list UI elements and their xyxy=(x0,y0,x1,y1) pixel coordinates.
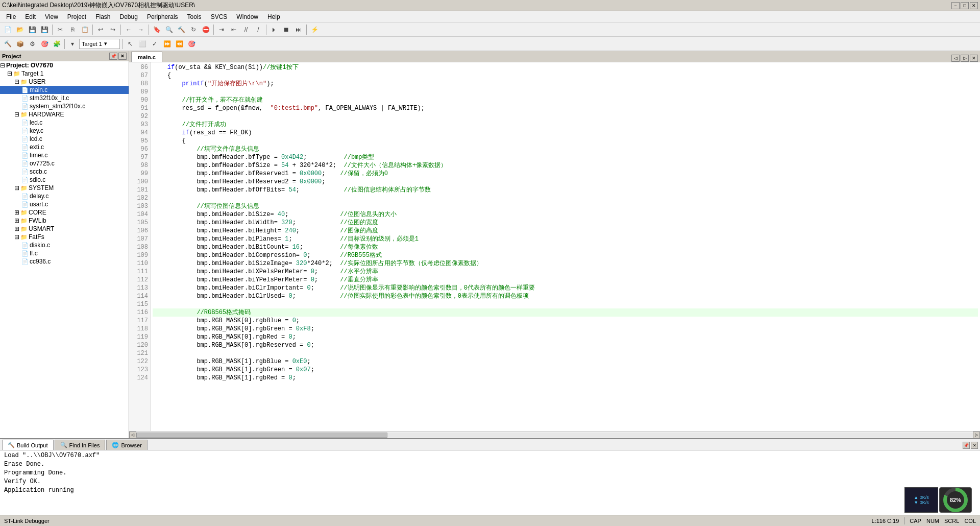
redo-button[interactable]: ↪ xyxy=(107,24,118,35)
tree-item[interactable]: ⊞ 📁 CORE xyxy=(0,208,129,217)
menu-item-svcs[interactable]: SVCS xyxy=(207,12,232,21)
tab-main-c[interactable]: main.c xyxy=(131,52,162,62)
tree-item[interactable]: ⊞ 📁 FWLib xyxy=(0,217,129,225)
tree-item[interactable]: 📄 lcd.c xyxy=(0,135,129,143)
tree-item[interactable]: 📄 cc936.c xyxy=(0,257,129,266)
scroll-thumb[interactable] xyxy=(136,433,387,438)
tree-item[interactable]: 📄 led.c xyxy=(0,118,129,127)
target2-btn[interactable]: 🎯 xyxy=(186,38,197,50)
build-tab-browser[interactable]: 🌐Browser xyxy=(106,440,147,450)
build-btn[interactable]: 🔨 xyxy=(176,24,187,35)
tree-item[interactable]: 📄 ov7725.c xyxy=(0,159,129,168)
flash-btn[interactable]: ⚡ xyxy=(309,24,320,35)
stop-build-btn[interactable]: ⛔ xyxy=(200,24,211,35)
build-btn2[interactable]: 🔨 xyxy=(2,38,13,50)
tree-item[interactable]: 📄 stm32f10x_it.c xyxy=(0,94,129,102)
new-file-button[interactable]: 📄 xyxy=(2,24,13,35)
tree-item[interactable]: 📄 delay.c xyxy=(0,192,129,200)
code-content[interactable]: if(ov_sta && KEY_Scan(S1))//按键1按下 { prin… xyxy=(151,62,980,431)
h-scroll[interactable]: ◁ ▷ xyxy=(129,431,980,438)
tree-item[interactable]: 📄 exti.c xyxy=(0,143,129,151)
build-tab-controls[interactable]: 📌 ✕ xyxy=(963,442,978,450)
prev-btn[interactable]: ⏪ xyxy=(174,38,185,50)
tree-item[interactable]: ⊟ 📁 HARDWARE xyxy=(0,110,129,118)
undo-button[interactable]: ↩ xyxy=(95,24,106,35)
tab-close-btn[interactable]: ✕ xyxy=(970,55,978,62)
nav-forward-button[interactable]: → xyxy=(135,24,146,35)
menu-item-tools[interactable]: Tools xyxy=(183,12,206,21)
build-output-line: Load "..\\OBJ\\OV7670.axf" xyxy=(4,451,976,460)
components-btn[interactable]: 🧩 xyxy=(51,38,62,50)
bookmark-button[interactable]: 🔖 xyxy=(151,24,162,35)
tree-item[interactable]: ⊞ 📁 USMART xyxy=(0,225,129,233)
menu-item-peripherals[interactable]: Peripherals xyxy=(143,12,182,21)
menu-item-project[interactable]: Project xyxy=(63,12,90,21)
cursor-select-btn[interactable]: ↖ xyxy=(125,38,136,50)
tree-item[interactable]: ⊟ Project: OV7670 xyxy=(0,61,129,69)
scroll-left-btn[interactable]: ◁ xyxy=(129,432,136,439)
comment-btn[interactable]: // xyxy=(240,24,252,35)
menu-item-edit[interactable]: Edit xyxy=(21,12,40,21)
tree-item[interactable]: 📄 main.c xyxy=(0,86,129,94)
scroll-right-btn[interactable]: ▷ xyxy=(973,432,980,439)
build-panel-pin-btn[interactable]: 📌 xyxy=(963,442,970,449)
maximize-button[interactable]: □ xyxy=(961,2,969,9)
tree-item[interactable]: 📄 system_stm32f10x.c xyxy=(0,102,129,110)
save-all-button[interactable]: 💾 xyxy=(39,24,50,35)
cut-button[interactable]: ✂ xyxy=(55,24,66,35)
uncomment-btn[interactable]: / xyxy=(253,24,264,35)
menu-item-debug[interactable]: Debug xyxy=(116,12,142,21)
tab-left-btn[interactable]: ◁ xyxy=(951,55,960,62)
tree-item[interactable]: 📄 sccb.c xyxy=(0,168,129,176)
tab-right-btn[interactable]: ▷ xyxy=(961,55,969,62)
open-button[interactable]: 📂 xyxy=(14,24,26,35)
build-tab-build-output[interactable]: 🔨Build Output xyxy=(2,440,54,450)
nav-back-button[interactable]: ← xyxy=(123,24,134,35)
tree-item[interactable]: 📄 sdio.c xyxy=(0,176,129,184)
menu-item-view[interactable]: View xyxy=(41,12,62,21)
minimize-button[interactable]: − xyxy=(951,2,960,9)
tree-item[interactable]: 📄 usart.c xyxy=(0,200,129,208)
tree-item[interactable]: ⊟ 📁 USER xyxy=(0,78,129,86)
close-button[interactable]: ✕ xyxy=(970,2,978,9)
menu-item-help[interactable]: Help xyxy=(263,12,284,21)
tree-item[interactable]: ⊟ 📁 Target 1 xyxy=(0,69,129,78)
build-panel-close-btn[interactable]: ✕ xyxy=(971,442,978,449)
project-header-icons[interactable]: 📌 ✕ xyxy=(109,53,127,60)
tree-item[interactable]: 📄 timer.c xyxy=(0,151,129,159)
target-dropdown[interactable]: Target 1 ▾ xyxy=(79,39,120,49)
indent-btn[interactable]: ⇥ xyxy=(216,24,227,35)
build-tab-find-in-files[interactable]: 🔍Find In Files xyxy=(55,440,106,450)
paste-button[interactable]: 📋 xyxy=(79,24,90,35)
menu-item-file[interactable]: File xyxy=(2,12,20,21)
menu-item-window[interactable]: Window xyxy=(232,12,262,21)
erase-btn[interactable]: ⬜ xyxy=(137,38,148,50)
file-icon: 📄 xyxy=(21,201,29,208)
code-line: bmp.RGB_MASK[0].rgbGreen = 0xF8; xyxy=(153,325,978,333)
step-over-btn[interactable]: ⏭ xyxy=(293,24,304,35)
project-pin-btn[interactable]: 📌 xyxy=(109,53,117,60)
target-config-btn[interactable]: 🎯 xyxy=(39,38,50,50)
target-dropdown-btn[interactable]: ▾ xyxy=(67,38,78,50)
find-button[interactable]: 🔍 xyxy=(163,24,175,35)
copy-button[interactable]: ⎘ xyxy=(67,24,78,35)
next-btn[interactable]: ⏩ xyxy=(161,38,173,50)
flash-btn2[interactable]: 📦 xyxy=(14,38,26,50)
project-close-btn[interactable]: ✕ xyxy=(118,53,127,60)
save-button[interactable]: 💾 xyxy=(27,24,38,35)
tree-item[interactable]: ⊟ 📁 SYSTEM xyxy=(0,184,129,192)
outdent-btn[interactable]: ⇤ xyxy=(228,24,239,35)
check-btn[interactable]: ✓ xyxy=(149,38,160,50)
title-bar-buttons[interactable]: − □ ✕ xyxy=(951,2,978,9)
scroll-track[interactable] xyxy=(136,433,973,438)
tree-item[interactable]: 📄 diskio.c xyxy=(0,241,129,249)
tree-item[interactable]: 📄 ff.c xyxy=(0,249,129,257)
menu-item-flash[interactable]: Flash xyxy=(91,12,114,21)
debug-stop-btn[interactable]: ⏹ xyxy=(281,24,292,35)
debug-start-btn[interactable]: ⏵ xyxy=(268,24,280,35)
tree-item[interactable]: ⊟ 📁 FatFs xyxy=(0,233,129,241)
tab-controls[interactable]: ◁ ▷ ✕ xyxy=(951,55,978,62)
tree-item[interactable]: 📄 key.c xyxy=(0,127,129,135)
rebuild-btn[interactable]: ↻ xyxy=(188,24,199,35)
config-btn[interactable]: ⚙ xyxy=(27,38,38,50)
